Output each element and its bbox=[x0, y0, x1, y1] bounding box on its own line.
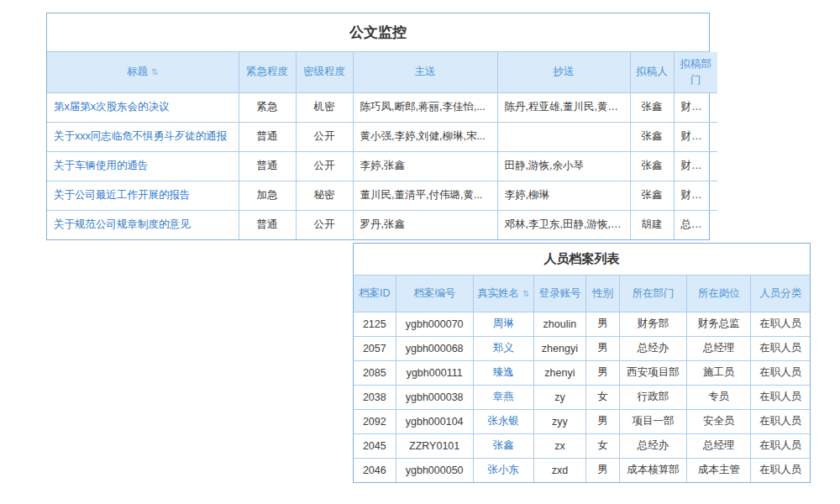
table-cell: 总经办 bbox=[620, 336, 687, 360]
column-header-label: 性别 bbox=[592, 287, 613, 299]
table-cell: ygbh000104 bbox=[396, 409, 473, 433]
table-cell: 紧急 bbox=[239, 92, 296, 122]
table-cell: 专员 bbox=[687, 385, 751, 409]
header-row: 标题⇅紧急程度密级程度主送抄送拟稿人拟稿部门 bbox=[47, 52, 717, 92]
table-cell: zhenyi bbox=[533, 360, 585, 385]
sort-icon[interactable]: ⇅ bbox=[151, 67, 158, 76]
person-name-link[interactable]: 周琳 bbox=[493, 318, 514, 329]
table-cell: ygbh000038 bbox=[396, 385, 473, 409]
doc-monitor-title: 公文监控 bbox=[47, 13, 709, 52]
table-cell: ygbh000070 bbox=[396, 312, 473, 336]
person-name-link[interactable]: 张小东 bbox=[488, 464, 520, 475]
table-cell: 张小东 bbox=[473, 458, 533, 482]
table-cell: 胡建 bbox=[630, 210, 674, 239]
table-cell: 在职人员 bbox=[751, 458, 810, 482]
table-cell: 公开 bbox=[296, 210, 353, 239]
column-header: 所在部门 bbox=[620, 276, 687, 312]
doc-table-head: 标题⇅紧急程度密级程度主送抄送拟稿人拟稿部门 bbox=[47, 52, 717, 92]
table-row: 关于xxx同志临危不惧勇斗歹徒的通报普通公开黄小强,李婷,刘健,柳琳,宋...张… bbox=[47, 122, 717, 151]
column-header[interactable]: 真实姓名⇅ bbox=[473, 276, 533, 312]
doc-title-link[interactable]: 关于公司最近工作开展的报告 bbox=[54, 189, 191, 201]
column-header-label: 所在部门 bbox=[633, 287, 675, 299]
table-cell: 在职人员 bbox=[751, 409, 810, 433]
table-row: 2057ygbh000068郑义zhengyi男总经办总经理在职人员 bbox=[354, 336, 810, 360]
person-name-link[interactable]: 郑义 bbox=[493, 342, 514, 354]
table-cell: 田静,游恢,余小琴 bbox=[497, 151, 630, 181]
doc-title-link[interactable]: 第x届第x次股东会的决议 bbox=[54, 101, 170, 113]
table-cell: 加急 bbox=[239, 181, 296, 210]
table-cell: 张永银 bbox=[473, 409, 533, 433]
person-name-link[interactable]: 张鑫 bbox=[493, 439, 514, 451]
table-cell: ygbh000050 bbox=[396, 458, 473, 482]
table-cell: 陈巧凤,断郎,蒋丽,李佳怡,... bbox=[353, 92, 497, 122]
table-cell: 财务总监 bbox=[687, 312, 751, 336]
table-cell: 邓林,李卫东,田静,游恢,余... bbox=[497, 210, 630, 239]
table-cell: 罗丹,张鑫 bbox=[353, 210, 497, 239]
table-row: 2046ygbh000050张小东zxd男成本核算部成本主管在职人员 bbox=[354, 458, 810, 482]
table-cell: zhoulin bbox=[533, 312, 585, 336]
doc-title-link[interactable]: 关于规范公司规章制度的意见 bbox=[54, 218, 191, 230]
table-cell: 男 bbox=[585, 409, 619, 433]
table-row: 第x届第x次股东会的决议紧急机密陈巧凤,断郎,蒋丽,李佳怡,...陈丹,程亚雄,… bbox=[47, 92, 717, 122]
table-cell: 周琳 bbox=[473, 312, 533, 336]
column-header: 抄送 bbox=[497, 52, 630, 92]
table-cell: 关于xxx同志临危不惧勇斗歹徒的通报 bbox=[47, 122, 239, 151]
table-cell: 西安项目部 bbox=[620, 360, 687, 385]
table-cell: 张鑫 bbox=[630, 181, 674, 210]
table-cell: 男 bbox=[585, 360, 619, 385]
table-cell: 关于规范公司规章制度的意见 bbox=[47, 210, 239, 239]
table-cell: 财务部 bbox=[674, 181, 717, 210]
column-header-label: 登录账号 bbox=[538, 287, 580, 299]
sort-icon[interactable]: ⇅ bbox=[522, 289, 529, 298]
table-cell: 2092 bbox=[354, 409, 396, 433]
person-table-body: 2125ygbh000070周琳zhoulin男财务部财务总监在职人员2057y… bbox=[354, 312, 810, 482]
table-cell: zxd bbox=[533, 458, 585, 482]
table-cell: 安全员 bbox=[687, 409, 751, 433]
table-row: 2085ygbh000111臻逸zhenyi男西安项目部施工员在职人员 bbox=[354, 360, 810, 385]
column-header-label: 真实姓名 bbox=[477, 287, 519, 299]
table-row: 关于公司最近工作开展的报告加急秘密董川民,董清平,付伟璐,黄...李婷,柳琳张鑫… bbox=[47, 181, 717, 210]
doc-monitor-table: 标题⇅紧急程度密级程度主送抄送拟稿人拟稿部门 第x届第x次股东会的决议紧急机密陈… bbox=[47, 52, 717, 239]
table-cell: 黄小强,李婷,刘健,柳琳,宋... bbox=[353, 122, 497, 151]
table-cell: 成本核算部 bbox=[620, 458, 687, 482]
column-header: 拟稿部门 bbox=[674, 52, 717, 92]
column-header-label: 拟稿部门 bbox=[680, 58, 712, 86]
person-table-head: 档案ID档案编号真实姓名⇅登录账号性别所在部门所在岗位人员分类 bbox=[354, 276, 810, 312]
table-cell: 财务部 bbox=[674, 92, 717, 122]
column-header-label: 密级程度 bbox=[303, 66, 345, 77]
table-cell: 郑义 bbox=[473, 336, 533, 360]
table-cell: 财务部 bbox=[620, 312, 687, 336]
table-cell: 关于车辆使用的通告 bbox=[47, 151, 239, 181]
table-cell: 机密 bbox=[296, 92, 353, 122]
column-header-label: 拟稿人 bbox=[636, 66, 668, 77]
table-cell: 2038 bbox=[354, 385, 396, 409]
doc-title-link[interactable]: 关于xxx同志临危不惧勇斗歹徒的通报 bbox=[54, 130, 227, 142]
table-row: 2092ygbh000104张永银zyy男项目一部安全员在职人员 bbox=[354, 409, 810, 433]
table-cell: 董川民,董清平,付伟璐,黄... bbox=[353, 181, 497, 210]
person-name-link[interactable]: 臻逸 bbox=[493, 366, 514, 378]
table-cell: 普通 bbox=[239, 151, 296, 181]
table-cell: 张鑫 bbox=[630, 92, 674, 122]
table-cell: 总经理 bbox=[687, 336, 751, 360]
header-row: 档案ID档案编号真实姓名⇅登录账号性别所在部门所在岗位人员分类 bbox=[354, 276, 810, 312]
table-cell: zx bbox=[533, 433, 585, 458]
table-cell: 财务部 bbox=[674, 151, 717, 181]
doc-monitor-panel: 公文监控 标题⇅紧急程度密级程度主送抄送拟稿人拟稿部门 第x届第x次股东会的决议… bbox=[46, 13, 710, 240]
table-cell: 行政部 bbox=[620, 385, 687, 409]
table-cell: 第x届第x次股东会的决议 bbox=[47, 92, 239, 122]
column-header: 拟稿人 bbox=[630, 52, 674, 92]
table-cell: ygbh000111 bbox=[396, 360, 473, 385]
person-name-link[interactable]: 张永银 bbox=[488, 415, 520, 427]
column-header-label: 人员分类 bbox=[759, 287, 801, 299]
table-cell: 总经办 bbox=[674, 210, 717, 239]
person-archive-title: 人员档案列表 bbox=[354, 244, 810, 276]
person-name-link[interactable]: 章燕 bbox=[493, 391, 514, 402]
column-header: 紧急程度 bbox=[239, 52, 296, 92]
table-cell: 总经办 bbox=[620, 433, 687, 458]
table-row: 关于规范公司规章制度的意见普通公开罗丹,张鑫邓林,李卫东,田静,游恢,余...胡… bbox=[47, 210, 717, 239]
table-cell: 关于公司最近工作开展的报告 bbox=[47, 181, 239, 210]
column-header[interactable]: 标题⇅ bbox=[47, 52, 239, 92]
table-cell: 财务部 bbox=[674, 122, 717, 151]
doc-title-link[interactable]: 关于车辆使用的通告 bbox=[54, 160, 149, 171]
column-header-label: 紧急程度 bbox=[246, 66, 288, 77]
